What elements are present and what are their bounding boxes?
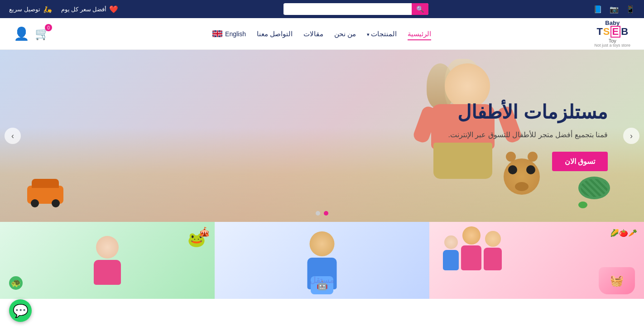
dot-1[interactable]: [324, 211, 328, 216]
nav-link-about[interactable]: من نحن: [334, 30, 356, 38]
hero-dots: [316, 211, 328, 216]
language-label: English: [225, 30, 246, 38]
logo-s: S: [603, 27, 610, 37]
facebook-icon[interactable]: 📘: [593, 5, 602, 14]
heart-icon: ❤️: [109, 5, 118, 14]
language-selector[interactable]: English: [212, 30, 246, 38]
nav-bar: Baby B E S T Toy Not just a toys store ا…: [0, 18, 644, 50]
nav-link-contact[interactable]: التواصل معنا: [257, 30, 293, 38]
nav-item-contact[interactable]: التواصل معنا: [257, 30, 293, 38]
hero-prev-button[interactable]: ‹: [623, 128, 639, 144]
user-icon[interactable]: 👤: [14, 26, 29, 41]
category-item-3[interactable]: 🐸 🐢 🎪: [0, 222, 215, 299]
instagram-icon[interactable]: 📷: [610, 5, 619, 14]
nav-item-about[interactable]: من نحن: [334, 30, 356, 38]
logo-b: B: [621, 27, 628, 37]
hero-section: مستلزمات الأطفال قمنا بتجميع أفضل متجر ل…: [0, 50, 644, 222]
hero-subtitle: قمنا بتجميع أفضل متجر للأطفال للتسوق عبر…: [448, 130, 608, 139]
nav-link-home[interactable]: الرئيسية: [408, 30, 431, 40]
search-bar[interactable]: 🔍: [284, 3, 428, 15]
logo-best: B E S T: [596, 26, 628, 38]
category-bg-2: 🤖 مستقل: [215, 222, 429, 299]
categories-section: 🧺 🥕🍅🌽 🤖 مستقل: [0, 222, 644, 299]
logo[interactable]: Baby B E S T Toy Not just a toys store: [594, 20, 630, 48]
hero-cta-button[interactable]: تسوق الان: [552, 152, 608, 171]
cart-badge: 0: [45, 24, 52, 31]
search-input[interactable]: [284, 4, 412, 14]
logo-tagline: Not just a toys store: [594, 43, 630, 48]
top-bar-left: ❤️ أفضل سعر كل يوم 🛵 توصيل سريع: [9, 5, 118, 14]
best-price-label: ❤️ أفضل سعر كل يوم: [61, 5, 119, 14]
hero-next-button[interactable]: ›: [5, 128, 21, 144]
hero-content: مستلزمات الأطفال قمنا بتجميع أفضل متجر ل…: [430, 101, 644, 171]
nav-item-products[interactable]: المنتجات: [367, 30, 397, 38]
cart-button[interactable]: 0 🛒: [35, 27, 49, 41]
logo-e: E: [610, 26, 621, 38]
top-bar-right: 📱 📷 📘: [593, 5, 635, 14]
nav-link-products[interactable]: المنتجات: [367, 30, 397, 38]
delivery-icon: 🛵: [43, 5, 52, 14]
nav-item-articles[interactable]: مقالات: [303, 30, 323, 38]
category-bg-1: 🧺 🥕🍅🌽: [429, 222, 644, 299]
nav-user-area: 0 🛒 👤: [14, 26, 49, 41]
dot-2[interactable]: [316, 211, 320, 216]
category-item-2[interactable]: 🤖 مستقل: [215, 222, 429, 299]
logo-box: Baby B E S T Toy Not just a toys store: [594, 20, 630, 48]
category-item-1[interactable]: 🧺 🥕🍅🌽: [429, 222, 644, 299]
nav-item-language[interactable]: English: [212, 30, 246, 38]
uk-flag-icon: [212, 30, 222, 37]
nav-links: الرئيسية المنتجات من نحن مقالات التواصل …: [212, 30, 431, 38]
logo-baby-text: Baby: [605, 20, 620, 26]
search-button[interactable]: 🔍: [412, 3, 428, 15]
category-bg-3: 🐸 🐢 🎪: [0, 222, 215, 299]
delivery-label: 🛵 توصيل سريع: [9, 5, 52, 14]
whatsapp-social-icon[interactable]: 📱: [626, 5, 635, 14]
logo-t: T: [596, 27, 602, 37]
top-bar-center: 🔍: [118, 3, 593, 15]
hero-title: مستلزمات الأطفال: [448, 101, 608, 123]
top-bar: 📱 📷 📘 🔍 ❤️ أفضل سعر كل يوم 🛵 توصيل سريع: [0, 0, 644, 18]
nav-item-home[interactable]: الرئيسية: [408, 30, 431, 38]
hero-toy-turtle: [572, 172, 617, 208]
nav-link-articles[interactable]: مقالات: [303, 30, 323, 38]
hero-toy-car: [27, 186, 63, 204]
